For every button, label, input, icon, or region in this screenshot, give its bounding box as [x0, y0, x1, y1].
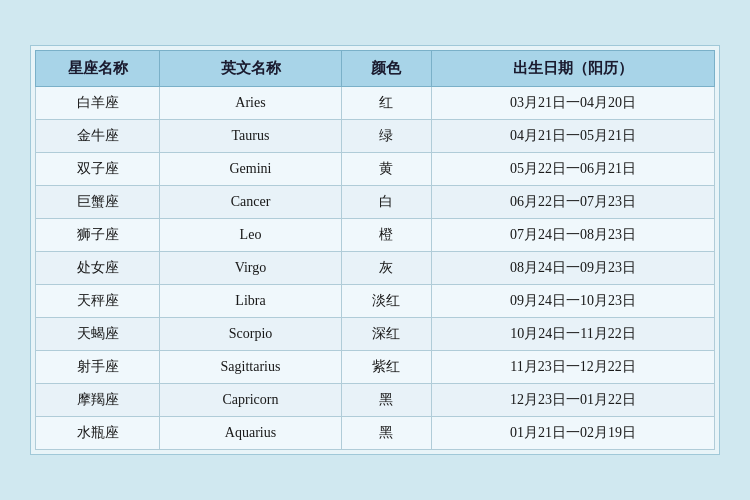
table-row: 摩羯座Capricorn黑12月23日一01月22日 — [36, 384, 715, 417]
cell-date: 11月23日一12月22日 — [432, 351, 715, 384]
cell-color: 黑 — [341, 384, 432, 417]
cell-chinese: 水瓶座 — [36, 417, 160, 450]
cell-date: 08月24日一09月23日 — [432, 252, 715, 285]
table-row: 处女座Virgo灰08月24日一09月23日 — [36, 252, 715, 285]
cell-english: Libra — [160, 285, 341, 318]
cell-color: 灰 — [341, 252, 432, 285]
cell-color: 橙 — [341, 219, 432, 252]
cell-date: 10月24日一11月22日 — [432, 318, 715, 351]
cell-date: 03月21日一04月20日 — [432, 87, 715, 120]
cell-color: 白 — [341, 186, 432, 219]
cell-date: 01月21日一02月19日 — [432, 417, 715, 450]
cell-chinese: 天蝎座 — [36, 318, 160, 351]
cell-chinese: 白羊座 — [36, 87, 160, 120]
cell-english: Capricorn — [160, 384, 341, 417]
header-color: 颜色 — [341, 51, 432, 87]
table-body: 白羊座Aries红03月21日一04月20日金牛座Taurus绿04月21日一0… — [36, 87, 715, 450]
zodiac-table-container: 星座名称 英文名称 颜色 出生日期（阳历） 白羊座Aries红03月21日一04… — [30, 45, 720, 455]
cell-color: 紫红 — [341, 351, 432, 384]
table-row: 天秤座Libra淡红09月24日一10月23日 — [36, 285, 715, 318]
table-row: 白羊座Aries红03月21日一04月20日 — [36, 87, 715, 120]
table-row: 狮子座Leo橙07月24日一08月23日 — [36, 219, 715, 252]
header-chinese: 星座名称 — [36, 51, 160, 87]
cell-english: Cancer — [160, 186, 341, 219]
cell-english: Aries — [160, 87, 341, 120]
cell-english: Virgo — [160, 252, 341, 285]
table-row: 金牛座Taurus绿04月21日一05月21日 — [36, 120, 715, 153]
cell-chinese: 天秤座 — [36, 285, 160, 318]
cell-date: 07月24日一08月23日 — [432, 219, 715, 252]
cell-date: 06月22日一07月23日 — [432, 186, 715, 219]
cell-date: 12月23日一01月22日 — [432, 384, 715, 417]
cell-chinese: 射手座 — [36, 351, 160, 384]
cell-date: 05月22日一06月21日 — [432, 153, 715, 186]
cell-date: 04月21日一05月21日 — [432, 120, 715, 153]
cell-color: 绿 — [341, 120, 432, 153]
table-row: 巨蟹座Cancer白06月22日一07月23日 — [36, 186, 715, 219]
zodiac-table: 星座名称 英文名称 颜色 出生日期（阳历） 白羊座Aries红03月21日一04… — [35, 50, 715, 450]
cell-chinese: 金牛座 — [36, 120, 160, 153]
cell-color: 深红 — [341, 318, 432, 351]
cell-chinese: 双子座 — [36, 153, 160, 186]
cell-english: Aquarius — [160, 417, 341, 450]
header-english: 英文名称 — [160, 51, 341, 87]
cell-english: Leo — [160, 219, 341, 252]
cell-english: Sagittarius — [160, 351, 341, 384]
table-row: 天蝎座Scorpio深红10月24日一11月22日 — [36, 318, 715, 351]
cell-chinese: 巨蟹座 — [36, 186, 160, 219]
cell-color: 黄 — [341, 153, 432, 186]
cell-chinese: 处女座 — [36, 252, 160, 285]
cell-date: 09月24日一10月23日 — [432, 285, 715, 318]
cell-english: Gemini — [160, 153, 341, 186]
header-date: 出生日期（阳历） — [432, 51, 715, 87]
table-header-row: 星座名称 英文名称 颜色 出生日期（阳历） — [36, 51, 715, 87]
cell-chinese: 摩羯座 — [36, 384, 160, 417]
table-row: 射手座Sagittarius紫红11月23日一12月22日 — [36, 351, 715, 384]
table-row: 双子座Gemini黄05月22日一06月21日 — [36, 153, 715, 186]
table-row: 水瓶座Aquarius黑01月21日一02月19日 — [36, 417, 715, 450]
cell-color: 黑 — [341, 417, 432, 450]
cell-english: Taurus — [160, 120, 341, 153]
cell-color: 淡红 — [341, 285, 432, 318]
cell-english: Scorpio — [160, 318, 341, 351]
cell-chinese: 狮子座 — [36, 219, 160, 252]
cell-color: 红 — [341, 87, 432, 120]
